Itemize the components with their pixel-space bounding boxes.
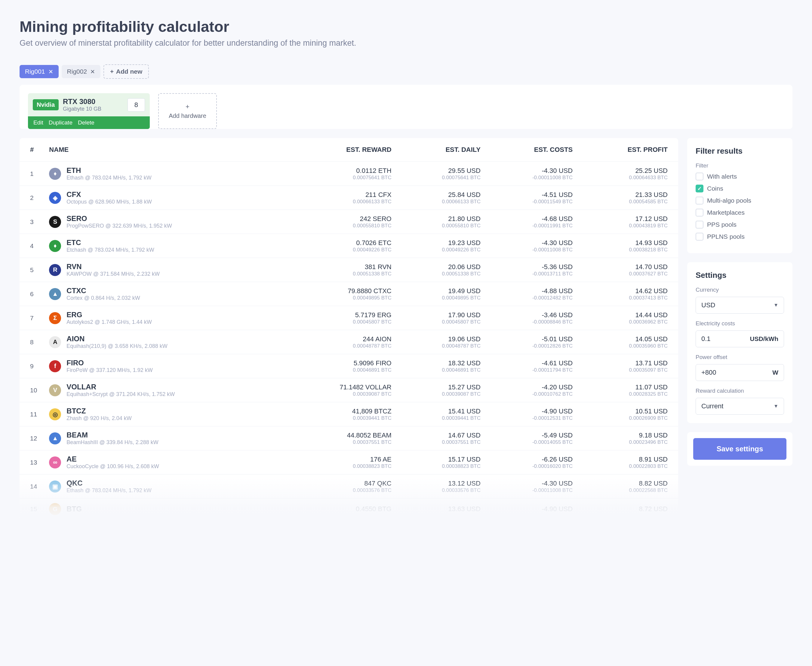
profit-main: 10.51 USD [585,407,668,415]
checkbox[interactable] [696,185,703,193]
filter-label: PPLNS pools [707,233,744,240]
elec-input[interactable]: 0.1 USD/kWh [696,330,784,347]
tab-label: Rig002 [67,68,87,75]
filter-item[interactable]: With alerts [696,173,784,180]
table-row[interactable]: 10VVOLLAREquihash+Scrypt @ 371.204 KH/s,… [20,378,678,402]
table-row[interactable]: 5RRVNKAWPOW @ 371.584 MH/s, 2.232 kW381 … [20,258,678,282]
row-idx: 4 [20,234,43,258]
coin-name: ERG [66,311,152,319]
costs-sub: -0.00010762 BTC [493,391,573,397]
table-row[interactable]: 8AAIONEquihash(210,9) @ 3.658 KH/s, 2.08… [20,330,678,354]
profit-main: 21.33 USD [585,191,668,199]
table-row[interactable]: 14▣QKCEthash @ 783.024 MH/s, 1.792 kW847… [20,475,678,498]
currency-value: USD [701,301,715,309]
daily-main: 25.84 USD [404,191,480,199]
daily-sub: 0.00075641 BTC [404,175,480,181]
reward-sub: 0.00066133 BTC [291,199,391,205]
tab-rig002[interactable]: Rig002 ✕ [62,65,101,78]
coin-icon: G [49,503,61,515]
col-profit[interactable]: EST. PROFIT [579,138,678,162]
row-idx: 11 [20,402,43,426]
checkbox[interactable] [696,209,703,216]
row-idx: 9 [20,354,43,378]
profit-sub: 0.00036962 BTC [585,319,668,325]
save-panel: Save settings [687,432,792,466]
profit-sub: 0.00064633 BTC [585,175,668,181]
reward-sub: 0.00045807 BTC [291,319,391,325]
coin-icon: R [49,264,61,276]
power-unit: W [772,369,778,376]
table-row[interactable]: 4♦ETCEtchash @ 783.024 MH/s, 1.792 kW0.7… [20,234,678,258]
filter-title: Filter results [696,147,784,156]
save-button[interactable]: Save settings [693,438,786,460]
profit-main: 11.07 USD [585,383,668,391]
delete-button[interactable]: Delete [78,119,94,126]
profit-main: 14.62 USD [585,287,668,295]
filter-item[interactable]: PPLNS pools [696,233,784,241]
profit-main: 14.44 USD [585,311,668,319]
costs-sub: -0.00011008 BTC [493,247,573,253]
reward-sub: 0.00038823 BTC [291,463,391,469]
coin-sub: Equihash(210,9) @ 3.658 KH/s, 2.088 kW [66,343,167,349]
filter-item[interactable]: PPS pools [696,221,784,229]
col-idx[interactable]: # [20,138,43,162]
col-reward[interactable]: EST. REWARD [285,138,397,162]
costs-sub: -0.00011794 BTC [493,367,573,373]
col-name[interactable]: NAME [43,138,285,162]
table-row[interactable]: 3SSEROProgPowSERO @ 322.639 MH/s, 1.952 … [20,210,678,234]
table-row[interactable]: 11◎BTCZZhash @ 920 H/s, 2.04 kW41,809 BT… [20,402,678,426]
currency-select[interactable]: USD ▼ [696,297,784,313]
profit-main: 25.25 USD [585,167,668,175]
power-input[interactable]: +800 W [696,364,784,381]
costs-main: -4.68 USD [493,215,573,223]
elec-label: Electricity costs [696,320,784,327]
hw-count-input[interactable]: 8 [127,98,145,112]
edit-button[interactable]: Edit [33,119,43,126]
coin-icon: f [49,360,61,372]
costs-sub: -0.00011008 BTC [493,487,573,493]
daily-main: 17.90 USD [404,311,480,319]
costs-main: -5.01 USD [493,335,573,343]
filter-item[interactable]: Marketplaces [696,209,784,216]
profit-sub: 0.00026909 BTC [585,415,668,421]
col-costs[interactable]: EST. COSTS [487,138,579,162]
coin-name: RVN [66,262,160,271]
row-idx: 3 [20,210,43,234]
costs-sub: -0.00013711 BTC [493,271,573,277]
table-row[interactable]: 15GBTG0.4550 BTG13.63 USD-4.90 USD8.72 U… [20,498,678,520]
filter-label: Coins [707,185,723,192]
chevron-down-icon: ▼ [774,404,778,409]
checkbox[interactable] [696,173,703,180]
checkbox[interactable] [696,221,703,229]
coin-name: FIRO [66,359,152,367]
coin-sub: Ethash @ 783.024 MH/s, 1.792 kW [66,487,151,494]
reward-select[interactable]: Current ▼ [696,398,784,415]
coin-sub: Etchash @ 783.024 MH/s, 1.792 kW [66,247,154,253]
costs-sub: -0.00008846 BTC [493,319,573,325]
table-row[interactable]: 9fFIROFiroPoW @ 337.120 MH/s, 1.92 kW5.9… [20,354,678,378]
table-row[interactable]: 13∞AECuckooCycle @ 100.96 H/s, 2.608 kW1… [20,450,678,475]
col-daily[interactable]: EST. DAILY [398,138,487,162]
filter-item[interactable]: Coins [696,185,784,193]
filter-item[interactable]: Multi-algo pools [696,197,784,204]
reward-sub: 0.00075641 BTC [291,175,391,181]
costs-main: -4.30 USD [493,480,573,487]
reward-label: Reward calculation [696,387,784,394]
close-icon[interactable]: ✕ [48,69,53,74]
costs-main: -4.20 USD [493,383,573,391]
checkbox[interactable] [696,197,703,204]
reward-sub: 0.00039087 BTC [291,391,391,397]
checkbox[interactable] [696,233,703,241]
costs-sub: -0.00012482 BTC [493,295,573,301]
table-row[interactable]: 6▲CTXCCortex @ 0.864 H/s, 2.032 kW79.888… [20,282,678,306]
duplicate-button[interactable]: Duplicate [49,119,73,126]
daily-sub: 0.00046891 BTC [404,367,480,373]
add-hardware-button[interactable]: + Add hardware [158,93,217,129]
table-row[interactable]: 12▲BEAMBeamHashIII @ 339.84 H/s, 2.288 k… [20,426,678,450]
close-icon[interactable]: ✕ [90,69,95,74]
table-row[interactable]: 1♦ETHEthash @ 783.024 MH/s, 1.792 kW0.01… [20,162,678,186]
add-rig-button[interactable]: + Add new [104,64,149,79]
tab-rig001[interactable]: Rig001 ✕ [20,65,59,78]
table-row[interactable]: 7ΣERGAutolykos2 @ 1.748 GH/s, 1.44 kW5.7… [20,306,678,330]
table-row[interactable]: 2◈CFXOctopus @ 628.960 MH/s, 1.88 kW211 … [20,186,678,210]
